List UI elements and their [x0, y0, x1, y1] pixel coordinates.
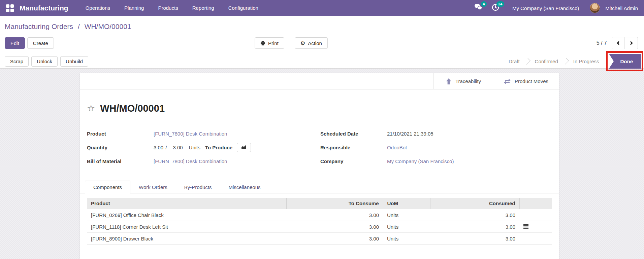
statusbar-buttons: Scrap Unlock Unbuild	[5, 56, 88, 67]
pager-buttons	[612, 37, 638, 49]
field-quantity: Quantity 3.00 / 3.00 Units To Produce	[87, 143, 320, 152]
product-moves-button[interactable]: Product Moves	[493, 73, 559, 89]
components-table: Product To Consume UoM Consumed [FURN_02…	[87, 198, 552, 245]
favorite-star-icon[interactable]: ☆	[87, 102, 95, 114]
stage-done[interactable]: Done	[609, 54, 642, 69]
lots-list-icon[interactable]	[523, 224, 528, 229]
field-label: Responsible	[320, 145, 387, 150]
tab-by-products[interactable]: By-Products	[176, 181, 220, 193]
control-panel: Manufacturing Orders / WH/MO/00001 Edit …	[0, 16, 644, 54]
area-chart-icon	[241, 145, 247, 150]
form-sheet: Traceability Product Moves ☆ WH/MO/00001…	[80, 73, 559, 259]
stage-done-wrapper: Done	[609, 54, 642, 69]
activities-button[interactable]: 24	[491, 4, 501, 12]
record-title: WH/MO/00001	[100, 102, 165, 114]
breadcrumb-separator: /	[78, 23, 80, 30]
field-label: Quantity	[87, 145, 154, 150]
scrap-button[interactable]: Scrap	[5, 56, 29, 67]
messages-button[interactable]: 4	[474, 4, 483, 12]
user-menu[interactable]: Mitchell Admin	[605, 5, 638, 11]
table-row[interactable]: [FURN_0269] Office Chair Black 3.00 Unit…	[87, 209, 552, 221]
chevron-left-icon	[617, 41, 620, 45]
company-link[interactable]: My Company (San Francisco)	[387, 158, 454, 164]
stat-button-box: Traceability Product Moves	[80, 73, 559, 89]
stage-draft[interactable]: Draft	[504, 59, 525, 64]
main-content: Traceability Product Moves ☆ WH/MO/00001…	[0, 69, 644, 259]
column-header-to-consume[interactable]: To Consume	[286, 198, 383, 209]
notebook-tabs: Components Work Orders By-Products Misce…	[80, 181, 559, 193]
column-header-uom[interactable]: UoM	[383, 198, 430, 209]
tab-miscellaneous[interactable]: Miscellaneous	[220, 181, 269, 193]
column-header-consumed[interactable]: Consumed	[430, 198, 519, 209]
quantity-value: 3.00 / 3.00 Units To Produce	[154, 143, 251, 152]
odoo-window: Manufacturing Operations Planning Produc…	[0, 0, 644, 259]
navbar-right: 4 24 My Company (San Francisco) Mitchell…	[474, 3, 638, 13]
field-company: Company My Company (San Francisco)	[320, 157, 552, 166]
activities-badge: 24	[496, 1, 504, 7]
breadcrumb-current: WH/MO/00001	[85, 23, 131, 30]
field-column-right: Scheduled Date 21/10/2021 21:39:05 Respo…	[320, 129, 552, 166]
column-header-buttons	[519, 198, 552, 209]
apps-menu-button[interactable]	[3, 0, 16, 16]
menu-planning[interactable]: Planning	[117, 0, 151, 16]
table-row[interactable]: [FURN_1118] Corner Desk Left Sit 3.00 Un…	[87, 221, 552, 233]
field-product: Product [FURN_7800] Desk Combination	[87, 129, 320, 138]
scheduled-date-value: 21/10/2021 21:39:05	[387, 131, 433, 137]
field-label: Product	[87, 131, 154, 137]
pager-previous-button[interactable]	[612, 37, 625, 49]
create-button[interactable]: Create	[27, 37, 54, 49]
chevron-right-icon	[629, 41, 633, 45]
pager-next-button[interactable]	[625, 37, 638, 49]
traceability-button[interactable]: Traceability	[433, 73, 493, 89]
print-button[interactable]: Print	[255, 37, 284, 49]
responsible-link[interactable]: OdooBot	[387, 145, 407, 150]
field-label: Bill of Material	[87, 158, 154, 164]
forecast-report-button[interactable]	[237, 143, 251, 152]
gear-icon: ⚙	[300, 40, 305, 46]
field-column-left: Product [FURN_7800] Desk Combination Qua…	[87, 129, 320, 166]
table-row[interactable]: [FURN_8900] Drawer Black 3.00 Units 3.00	[87, 233, 552, 245]
navbar-left: Manufacturing Operations Planning Produc…	[3, 0, 265, 16]
title-row: ☆ WH/MO/00001	[80, 89, 559, 114]
table-header-row: Product To Consume UoM Consumed	[87, 198, 552, 209]
messages-badge: 4	[481, 1, 487, 7]
breadcrumb: Manufacturing Orders / WH/MO/00001	[5, 22, 638, 32]
edit-button[interactable]: Edit	[5, 37, 25, 49]
app-title[interactable]: Manufacturing	[20, 4, 68, 12]
exchange-arrows-icon	[504, 78, 511, 84]
control-panel-buttons: Edit Create Print ⚙ Action 5 / 7	[5, 37, 638, 49]
pager-counter: 5 / 7	[597, 40, 607, 46]
field-grid: Product [FURN_7800] Desk Combination Qua…	[80, 114, 559, 166]
menu-products[interactable]: Products	[151, 0, 185, 16]
tab-components[interactable]: Components	[85, 181, 130, 193]
form-buttons: Edit Create	[5, 37, 54, 49]
field-label: Company	[320, 158, 387, 164]
arrow-up-icon	[446, 78, 452, 84]
breadcrumb-parent-link[interactable]: Manufacturing Orders	[5, 23, 73, 30]
apps-grid-icon	[6, 4, 14, 12]
menu-reporting[interactable]: Reporting	[185, 0, 221, 16]
pager: 5 / 7	[597, 37, 638, 49]
field-scheduled-date: Scheduled Date 21/10/2021 21:39:05	[320, 129, 552, 138]
printer-icon	[260, 41, 265, 46]
unlock-button[interactable]: Unlock	[31, 56, 58, 67]
stage-in-progress[interactable]: In Progress	[568, 59, 604, 64]
field-bill-of-material: Bill of Material [FURN_7800] Desk Combin…	[87, 157, 320, 166]
action-button[interactable]: ⚙ Action	[295, 37, 328, 49]
menu-operations[interactable]: Operations	[78, 0, 117, 16]
action-buttons: Print ⚙ Action	[255, 37, 328, 49]
tab-work-orders[interactable]: Work Orders	[130, 181, 176, 193]
product-link[interactable]: [FURN_7800] Desk Combination	[154, 131, 227, 137]
column-header-product[interactable]: Product	[87, 198, 286, 209]
unbuild-button[interactable]: Unbuild	[60, 56, 88, 67]
field-label: Scheduled Date	[320, 131, 387, 137]
menu-configuration[interactable]: Configuration	[221, 0, 265, 16]
stage-confirmed[interactable]: Confirmed	[530, 59, 563, 64]
top-navbar: Manufacturing Operations Planning Produc…	[0, 0, 644, 16]
bill-of-material-link[interactable]: [FURN_7800] Desk Combination	[154, 158, 227, 164]
company-switcher[interactable]: My Company (San Francisco)	[512, 5, 579, 11]
status-bar: Scrap Unlock Unbuild Draft Confirmed In …	[0, 54, 644, 69]
user-avatar[interactable]	[590, 3, 600, 13]
stage-pipeline: Draft Confirmed In Progress Done	[504, 54, 644, 68]
field-responsible: Responsible OdooBot	[320, 143, 552, 152]
